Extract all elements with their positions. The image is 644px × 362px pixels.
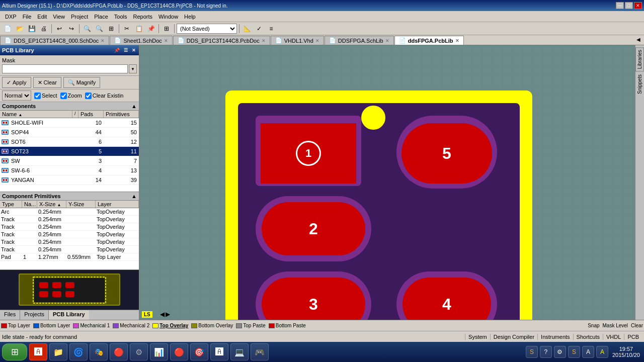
toolbar-copy[interactable]: 📋 [133, 23, 144, 34]
tab-close-1[interactable]: ✕ [164, 38, 168, 43]
panel-tab-files[interactable]: Files [0, 310, 20, 320]
prim-col-layer[interactable]: Layer [96, 201, 139, 208]
tab-2[interactable]: 📄 DDS_EP1C3T144C8.PcbDoc ✕ [173, 36, 270, 45]
menu-tools[interactable]: Tools [111, 13, 130, 21]
comp-row-0[interactable]: SHOLE-WIFI 10 15 [0, 118, 139, 128]
tab-0[interactable]: 📄 DDS_EP1C3T144C8_000.SchDoc ✕ [0, 36, 109, 45]
taskbar-app-4[interactable]: 🎭 [90, 343, 108, 360]
panel-pin-button[interactable]: 📌 [113, 48, 121, 53]
snap-label[interactable]: Snap [588, 323, 599, 328]
menu-place[interactable]: Place [91, 13, 111, 21]
tray-icon-6[interactable]: A [596, 346, 608, 358]
toolbar-net-select[interactable]: (Not Saved) [177, 24, 237, 34]
vhdl-btn[interactable]: VHDL [603, 334, 624, 340]
comp-row-1[interactable]: SOP44 44 50 [0, 128, 139, 137]
primitives-scroll-up[interactable]: ▲ [131, 193, 137, 199]
toolbar-redo[interactable]: ↪ [66, 23, 77, 34]
panel-close-button[interactable]: ✕ [131, 48, 137, 53]
taskbar-app-9[interactable]: 🎯 [190, 343, 208, 360]
libraries-tab[interactable]: Libraries [635, 47, 644, 71]
clear-exist-checkbox[interactable] [85, 93, 92, 99]
tab-1[interactable]: 📄 Sheet1.SchDoc ✕ [110, 36, 172, 45]
tab-close-3[interactable]: ✕ [315, 38, 319, 43]
prim-col-xsize[interactable]: X-Size ▲ [37, 201, 66, 208]
taskbar-app-5[interactable]: 🔴 [110, 343, 128, 360]
tab-close-5[interactable]: ✕ [455, 38, 459, 43]
toolbar-measure[interactable]: 📐 [242, 23, 253, 34]
layer-mech1[interactable]: Mechanical 1 [73, 323, 110, 328]
tab-5[interactable]: 📄 ddsFPGA.PcbLib ✕ [394, 36, 464, 45]
panel-tab-pcblib[interactable]: PCB Library [49, 310, 89, 320]
toolbar-zoom-fit[interactable]: ⊞ [106, 23, 117, 34]
taskbar-app-11[interactable]: 💻 [230, 343, 249, 360]
instruments-btn[interactable]: Instruments [537, 334, 573, 340]
shortcuts-btn[interactable]: Shortcuts [573, 334, 603, 340]
menu-file[interactable]: File [20, 13, 35, 21]
menu-help[interactable]: Help [181, 13, 199, 21]
col-header-primitives[interactable]: Primitives [104, 111, 139, 118]
normal-select[interactable]: Normal Mask Dim [2, 90, 31, 101]
toolbar-zoom-out[interactable]: 🔍 [94, 23, 105, 34]
tab-close-2[interactable]: ✕ [262, 38, 266, 43]
layer-toppaste[interactable]: Top Paste [236, 323, 265, 328]
minimize-button[interactable]: — [616, 2, 624, 9]
comp-row-5[interactable]: SW-6-6 4 13 [0, 166, 139, 175]
prim-col-type[interactable]: Type [0, 201, 22, 208]
nav-left[interactable]: ◀ [160, 311, 165, 318]
menu-project[interactable]: Project [68, 13, 91, 21]
tray-icon-2[interactable]: ? [540, 346, 552, 358]
toolbar-zoom-in[interactable]: 🔍 [82, 23, 93, 34]
system-btn[interactable]: System [465, 334, 490, 340]
menu-reports[interactable]: Reports [130, 13, 155, 21]
pcb-btn[interactable]: PCB [624, 334, 642, 340]
layer-mech2[interactable]: Mechanical 2 [113, 323, 149, 328]
menu-edit[interactable]: Edit [34, 13, 50, 21]
comp-row-2[interactable]: SOT6 6 12 [0, 137, 139, 147]
mask-dropdown-btn[interactable]: ▼ [129, 64, 137, 73]
taskbar-app-7[interactable]: 📊 [150, 343, 168, 360]
apply-button[interactable]: ✓ Apply [2, 77, 31, 88]
layer-botoverlay[interactable]: Bottom Overlay [191, 323, 233, 328]
prim-col-ysize[interactable]: Y-Size [66, 201, 96, 208]
design-compiler-btn[interactable]: Design Compiler [490, 334, 537, 340]
nav-right[interactable]: ▶ [166, 311, 170, 318]
prim-row-1[interactable]: Track 0.254mm TopOverlay [0, 216, 139, 223]
comp-row-3[interactable]: SOT23 5 11 [0, 147, 139, 156]
masklevel-label[interactable]: Mask Level [603, 323, 628, 328]
tab-3[interactable]: 📄 VHDL1.Vhd ✕ [271, 36, 324, 45]
panel-expand-btn[interactable]: ◀ [633, 35, 644, 45]
toolbar-undo[interactable]: ↩ [54, 23, 65, 34]
taskbar-app-12[interactable]: 🎮 [251, 343, 269, 360]
taskbar-app-10[interactable]: 🅰 [210, 343, 228, 360]
canvas-area[interactable]: 1 5 2 3 4 LS ◀ ▶ [140, 45, 635, 320]
clear-button[interactable]: ✕ Clear [33, 77, 61, 88]
components-scroll-up[interactable]: ▲ [131, 103, 137, 109]
tab-close-0[interactable]: ✕ [101, 38, 105, 43]
menu-view[interactable]: View [50, 13, 68, 21]
toolbar-cut[interactable]: ✂ [121, 23, 132, 34]
prim-col-name[interactable]: Na... [22, 201, 37, 208]
prim-row-5[interactable]: Track 0.254mm TopOverlay [0, 246, 139, 253]
col-header-pads[interactable]: Pads [78, 111, 104, 118]
layer-bottom[interactable]: Bottom Layer [33, 323, 70, 328]
panel-menu-button[interactable]: ☰ [123, 48, 129, 53]
prim-row-3[interactable]: Track 0.254mm TopOverlay [0, 231, 139, 238]
clear-layer-label[interactable]: Clear [631, 323, 643, 328]
toolbar-open[interactable]: 📂 [14, 23, 25, 34]
toolbar-layers[interactable]: ≡ [266, 23, 277, 34]
snippets-tab[interactable]: Snippets [636, 72, 643, 96]
tray-icon-1[interactable]: S [526, 346, 538, 358]
zoom-checkbox[interactable] [60, 93, 67, 99]
prim-row-2[interactable]: Track 0.254mm TopOverlay [0, 223, 139, 231]
tray-icon-4[interactable]: S [568, 346, 580, 358]
close-button[interactable]: ✕ [634, 2, 642, 9]
col-header-sort[interactable]: / [72, 111, 78, 118]
taskbar-app-3[interactable]: 🌀 [69, 343, 88, 360]
toolbar-save[interactable]: 💾 [26, 23, 37, 34]
select-checkbox[interactable] [34, 93, 41, 99]
mask-input[interactable] [2, 64, 128, 73]
menu-dxp[interactable]: DXP [2, 13, 20, 21]
tab-4[interactable]: 📄 DDSFPGA.SchLib ✕ [325, 36, 394, 45]
menu-window[interactable]: Window [155, 13, 181, 21]
toolbar-print[interactable]: 🖨 [38, 23, 49, 34]
